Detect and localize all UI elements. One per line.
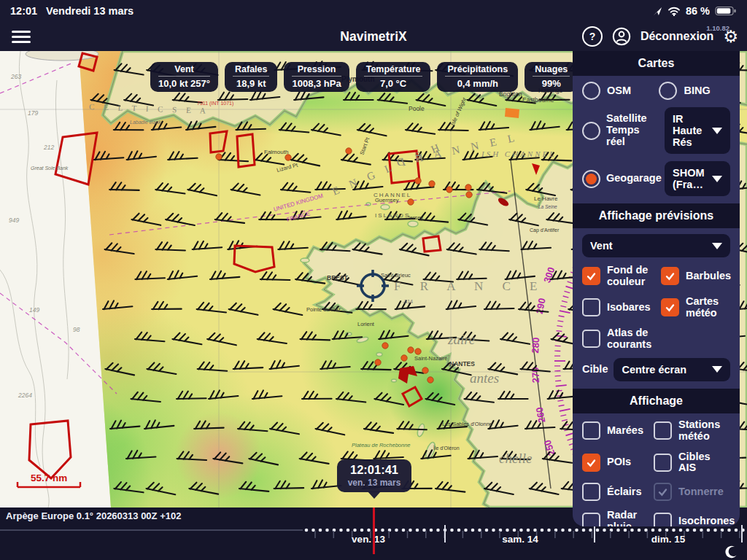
svg-text:-314: -314 (403, 299, 413, 304)
checkbox-box[interactable] (654, 513, 672, 526)
svg-text:La Seine: La Seine (538, 204, 557, 209)
radio-satellite[interactable] (582, 122, 600, 140)
svg-text:Saint-Nazaire: Saint-Nazaire (414, 355, 447, 362)
svg-text:Cap d'Antifer: Cap d'Antifer (530, 228, 560, 233)
chevron-down-icon (712, 176, 722, 182)
checkbox-radar-pluie[interactable]: Radar pluie (582, 510, 649, 526)
svg-text:BREST: BREST (327, 274, 349, 281)
help-icon[interactable]: ? (582, 26, 603, 47)
account-icon[interactable] (612, 27, 631, 46)
svg-text:ISLANDS: ISLANDS (375, 212, 410, 219)
cursor-time: 12:01:41 (337, 463, 411, 477)
satellite-layer-dropdown[interactable]: IR Haute Rés (665, 107, 730, 154)
cible-label: Cible (582, 364, 608, 376)
svg-text:Labadie Bank: Labadie Bank (130, 120, 161, 125)
geogarage-layer-dropdown[interactable]: SHOM (Fra… (665, 161, 730, 196)
timeline-cursor[interactable] (373, 508, 375, 554)
nav-bar: NavimetriX ? Déconnexion ⚙1.10.82 (0, 22, 747, 51)
checkbox-box[interactable] (654, 454, 672, 472)
previsions-body: Vent Fond de couleur Barbules Isobares C… (573, 228, 740, 389)
chip-pressure[interactable]: Pression1008,3 hPa (284, 62, 349, 92)
checkbox-box[interactable] (582, 298, 600, 316)
forecast-layer-dropdown[interactable]: Vent (582, 234, 730, 257)
section-header-previsions: Affichage prévisions (573, 203, 740, 228)
svg-text:949: 949 (9, 217, 19, 224)
cartes-body: OSM BING Satellite Temps réel IR Haute R… (573, 76, 740, 203)
timeline-day-sam14[interactable]: sam. 14 (502, 534, 538, 545)
svg-text:7311 (INT 1071): 7311 (INT 1071) (197, 101, 233, 106)
checkbox-cartes-meteo[interactable]: Cartes météo (661, 296, 731, 319)
logout-button[interactable]: Déconnexion (640, 30, 713, 43)
location-icon (653, 7, 662, 16)
svg-text:NANTES: NANTES (449, 360, 475, 368)
checkbox-atlas-courants[interactable]: Atlas de courants (582, 327, 657, 351)
svg-text:Île d'Oléron: Île d'Oléron (433, 445, 460, 451)
chip-gusts[interactable]: Rafales18,9 kt (225, 62, 277, 92)
svg-text:ISH CHANNEL: ISH CHANNEL (481, 149, 556, 158)
checkbox-pois[interactable]: POIs (582, 454, 649, 472)
svg-text:Guernsey: Guernsey (375, 197, 399, 203)
timeline-day-dim15[interactable]: dim. 15 (651, 534, 686, 545)
night-mode-moon-icon[interactable] (724, 545, 738, 559)
chip-precipitation[interactable]: Précipitations0,4 mm/h (437, 62, 518, 92)
svg-text:263: 263 (10, 73, 21, 80)
svg-text:zaire: zaire (447, 332, 475, 347)
wifi-icon (667, 7, 681, 16)
timeline-day-ven13[interactable]: ven. 13 (352, 534, 385, 545)
checkbox-isobares[interactable]: Isobares (582, 298, 657, 316)
svg-text:Falmouth: Falmouth (264, 149, 288, 155)
checkbox-tonnerre: Tonnerre (654, 483, 735, 501)
svg-text:Saint-Brieuc: Saint-Brieuc (381, 272, 411, 279)
svg-text:179: 179 (28, 109, 38, 117)
checkbox-box[interactable] (661, 267, 679, 285)
chevron-down-icon (712, 128, 722, 134)
radio-geogarage[interactable] (582, 170, 600, 188)
svg-text:149: 149 (29, 306, 39, 314)
app-version: 1.10.82 (706, 20, 729, 36)
radio-bing[interactable]: BING (659, 82, 730, 100)
checkbox-isochrones[interactable]: Isochrones (654, 513, 735, 526)
svg-text:Plateau de Rochebonne: Plateau de Rochebonne (352, 442, 410, 448)
chevron-down-icon (712, 243, 722, 249)
gear-icon[interactable]: ⚙1.10.82 (723, 28, 738, 44)
checkbox-box[interactable] (582, 267, 600, 285)
section-header-cartes: Cartes (573, 51, 740, 76)
radio-osm-circle[interactable] (582, 82, 600, 100)
checkbox-eclairs[interactable]: Éclairs (582, 483, 649, 501)
checkbox-barbules[interactable]: Barbules (661, 267, 731, 285)
checkbox-box[interactable] (582, 513, 600, 526)
status-bar: 12:01 Vendredi 13 mars 86 % (0, 0, 747, 22)
status-date: Vendredi 13 mars (46, 5, 133, 17)
cible-dropdown[interactable]: Centre écran (614, 358, 730, 381)
checkbox-box[interactable] (582, 330, 600, 348)
checkbox-box (654, 483, 672, 501)
checkbox-box[interactable] (582, 421, 600, 440)
svg-text:2264: 2264 (18, 392, 32, 399)
checkbox-box[interactable] (582, 483, 600, 501)
chip-temperature[interactable]: Température7,0 °C (356, 62, 431, 92)
checkbox-fond-de-couleur[interactable]: Fond de couleur (582, 265, 657, 288)
svg-text:Jersey: Jersey (407, 214, 423, 221)
svg-text:Poole: Poole (409, 105, 425, 112)
svg-text:98: 98 (73, 326, 80, 333)
chip-wind[interactable]: Vent10,0 kt 257° (150, 62, 218, 92)
checkbox-box[interactable] (582, 454, 600, 472)
radio-osm[interactable]: OSM (582, 82, 654, 100)
checkbox-cibles-ais[interactable]: Cibles AIS (654, 451, 735, 475)
svg-text:55.7 nm: 55.7 nm (31, 472, 67, 483)
checkbox-box[interactable] (654, 421, 672, 440)
time-cursor-bubble: 12:01:41 ven. 13 mars (337, 459, 411, 492)
chevron-down-icon (712, 366, 722, 373)
radio-bing-circle[interactable] (659, 82, 677, 100)
svg-text:Eastbourne: Eastbourne (522, 96, 554, 104)
battery-icon (715, 6, 737, 16)
checkbox-stations-meteo[interactable]: Stations météo (654, 419, 735, 443)
settings-panel: Cartes OSM BING Satellite Temps réel IR … (573, 51, 740, 526)
svg-text:Le Havre: Le Havre (534, 195, 558, 202)
svg-text:F R A N C E: F R A N C E (394, 279, 545, 293)
section-header-affichage: Affichage (573, 389, 740, 413)
checkbox-marees[interactable]: Marées (582, 421, 649, 440)
chip-clouds[interactable]: Nuages99% (525, 62, 578, 92)
checkbox-box[interactable] (661, 298, 679, 316)
svg-text:antes: antes (470, 370, 499, 386)
